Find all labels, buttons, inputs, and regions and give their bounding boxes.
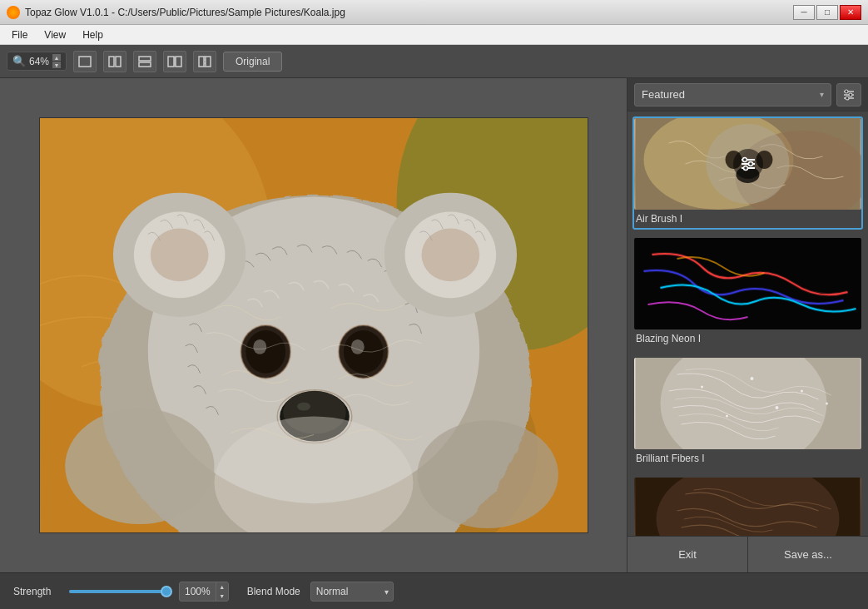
- panel-buttons: Exit Save as...: [627, 536, 868, 572]
- svg-point-63: [726, 415, 728, 418]
- view-split-side-button[interactable]: [163, 51, 186, 72]
- filter-thumb-fourth: [634, 478, 861, 536]
- fourth-preview: [634, 478, 861, 536]
- svg-rect-2: [116, 57, 121, 67]
- bottom-bar: Strength 100% ▲ ▼ Blend Mode Normal Mult…: [0, 572, 868, 609]
- view-compare-button[interactable]: [193, 51, 216, 72]
- strength-slider-thumb[interactable]: [161, 586, 172, 597]
- window-controls: ─ □ ✕: [793, 5, 861, 20]
- zoom-up-arrow[interactable]: ▲: [52, 54, 61, 61]
- filter-settings-button[interactable]: [836, 83, 861, 106]
- filter-list: Air Brush I: [627, 111, 868, 536]
- svg-point-24: [246, 330, 285, 374]
- filter-item-fibers[interactable]: Brilliant Fibers I: [632, 356, 863, 469]
- svg-rect-57: [636, 238, 861, 329]
- strength-slider-fill: [69, 590, 169, 593]
- toolbar: 🔍 64% ▲ ▼ Original: [0, 45, 868, 78]
- menu-view[interactable]: View: [36, 27, 74, 42]
- filter-header: Featured ▾: [627, 78, 868, 111]
- svg-point-64: [776, 406, 779, 409]
- koala-image: [39, 117, 588, 533]
- svg-rect-4: [139, 62, 151, 67]
- filter-category-value: Featured: [642, 88, 685, 101]
- svg-rect-8: [199, 57, 204, 67]
- blend-mode-label: Blend Mode: [247, 586, 300, 597]
- strength-value: 100%: [180, 586, 216, 597]
- strength-label: Strength: [13, 586, 59, 597]
- svg-point-19: [150, 228, 208, 281]
- filter-thumb-airbrush: [634, 118, 861, 210]
- svg-point-60: [701, 386, 703, 389]
- svg-rect-3: [139, 57, 151, 61]
- filter-label-fibers: Brilliant Fibers I: [634, 449, 861, 468]
- koala-svg: [40, 118, 588, 532]
- filter-thumb-fibers: [634, 358, 861, 449]
- svg-rect-5: [168, 57, 174, 67]
- zoom-arrows: ▲ ▼: [52, 54, 61, 68]
- maximize-button[interactable]: □: [816, 5, 838, 20]
- filter-item-airbrush[interactable]: Air Brush I: [632, 116, 863, 230]
- fibers-preview: [634, 358, 861, 449]
- svg-rect-6: [176, 57, 181, 67]
- original-button[interactable]: Original: [223, 52, 282, 72]
- minimize-button[interactable]: ─: [793, 5, 815, 20]
- svg-point-55: [748, 162, 752, 166]
- svg-point-56: [743, 166, 747, 171]
- strength-up-arrow[interactable]: ▲: [216, 582, 228, 592]
- svg-point-42: [849, 93, 852, 97]
- strength-slider[interactable]: [69, 590, 169, 593]
- menu-help[interactable]: Help: [74, 27, 112, 42]
- menu-bar: File View Help: [0, 25, 868, 45]
- exit-button[interactable]: Exit: [627, 537, 748, 572]
- svg-point-65: [826, 403, 828, 405]
- neon-preview: [634, 238, 861, 329]
- svg-rect-1: [109, 57, 114, 67]
- strength-value-box: 100% ▲ ▼: [179, 582, 229, 602]
- blend-mode-select-wrapper: Normal Multiply Screen Overlay Soft Ligh…: [310, 582, 394, 602]
- filter-item-neon[interactable]: Blazing Neon I: [632, 236, 863, 349]
- canvas-area: [0, 78, 627, 572]
- svg-rect-0: [79, 57, 91, 67]
- app-icon: [7, 6, 20, 19]
- view-single-button[interactable]: [73, 51, 97, 72]
- filter-category-dropdown[interactable]: Featured ▾: [634, 83, 831, 106]
- right-panel: Featured ▾: [627, 78, 868, 572]
- svg-point-61: [751, 377, 754, 380]
- svg-point-54: [742, 158, 746, 162]
- filter-adjust-icon: [733, 149, 763, 179]
- svg-point-41: [845, 90, 848, 93]
- svg-point-25: [253, 339, 266, 354]
- view-split-h-button[interactable]: [103, 51, 126, 72]
- svg-point-59: [661, 358, 827, 449]
- menu-file[interactable]: File: [3, 27, 36, 42]
- svg-point-43: [846, 97, 849, 100]
- filter-label-neon: Blazing Neon I: [634, 329, 861, 348]
- search-icon: 🔍: [12, 55, 26, 67]
- main-content: Featured ▾: [0, 78, 868, 572]
- svg-point-28: [350, 339, 364, 354]
- svg-point-36: [65, 408, 214, 524]
- chevron-down-icon: ▾: [820, 90, 824, 99]
- title-bar: Topaz Glow V1.0.1 - C:/Users/Public/Pict…: [0, 0, 868, 25]
- zoom-value: 64%: [29, 56, 49, 67]
- close-button[interactable]: ✕: [840, 5, 861, 20]
- view-split-v-button[interactable]: [133, 51, 156, 72]
- strength-spin-arrows: ▲ ▼: [216, 582, 228, 601]
- save-as-button[interactable]: Save as...: [748, 537, 868, 572]
- svg-point-62: [801, 390, 803, 393]
- svg-point-37: [417, 421, 558, 528]
- svg-rect-9: [206, 57, 211, 67]
- blend-mode-select[interactable]: Normal Multiply Screen Overlay Soft Ligh…: [310, 582, 394, 602]
- zoom-area[interactable]: 🔍 64% ▲ ▼: [7, 52, 67, 71]
- filter-label-airbrush: Air Brush I: [634, 210, 861, 228]
- svg-point-33: [297, 403, 310, 411]
- filter-item-fourth[interactable]: [632, 476, 863, 536]
- title-bar-left: Topaz Glow V1.0.1 - C:/Users/Public/Pict…: [7, 6, 345, 19]
- filter-thumb-neon: [634, 238, 861, 329]
- zoom-down-arrow[interactable]: ▼: [52, 62, 61, 68]
- title-text: Topaz Glow V1.0.1 - C:/Users/Public/Pict…: [25, 7, 345, 18]
- strength-down-arrow[interactable]: ▼: [216, 592, 228, 601]
